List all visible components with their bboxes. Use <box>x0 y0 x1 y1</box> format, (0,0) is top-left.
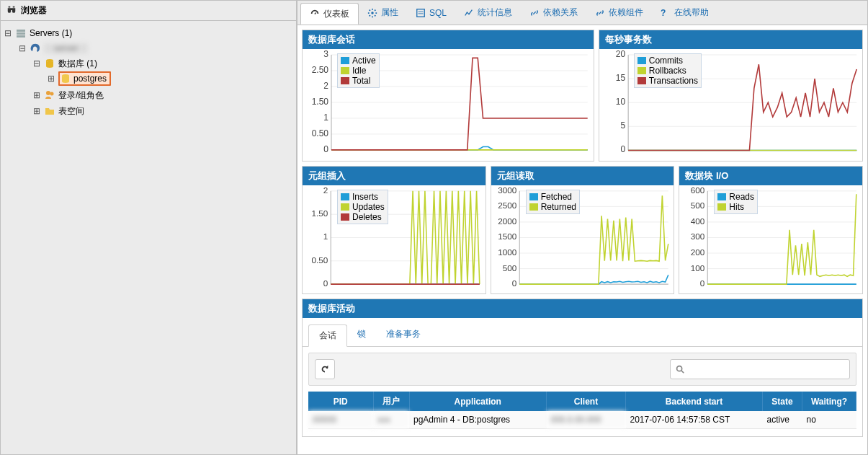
tablespaces-label[interactable]: 表空间 <box>58 105 84 118</box>
tree-toggle[interactable]: ⊟ <box>18 44 27 53</box>
svg-text:0.50: 0.50 <box>311 255 328 264</box>
tab-help-label: 在线帮助 <box>674 6 709 19</box>
tab-dependents[interactable]: 依赖组件 <box>586 1 652 25</box>
tab-dashboard-label: 仪表板 <box>323 8 349 20</box>
tab-stats-label: 统计信息 <box>478 6 512 19</box>
svg-point-7 <box>371 12 374 14</box>
col-state[interactable]: State <box>763 392 802 411</box>
svg-text:1: 1 <box>323 112 328 123</box>
roles-label[interactable]: 登录/组角色 <box>58 89 104 102</box>
svg-text:5: 5 <box>620 120 625 131</box>
tins-card-title: 元组插入 <box>303 167 486 185</box>
tree-toggle[interactable]: ⊞ <box>32 91 41 100</box>
svg-point-5 <box>46 91 50 95</box>
tab-dependencies[interactable]: 依赖关系 <box>521 1 586 25</box>
svg-rect-2 <box>17 35 25 37</box>
database-icon <box>60 73 71 84</box>
tab-dashboard[interactable]: 仪表板 <box>300 3 359 25</box>
tablespace-icon <box>44 105 55 117</box>
tout-chart: 050010001500200025003000 Fetched Returne… <box>493 187 673 293</box>
tab-help[interactable]: ?在线帮助 <box>652 1 717 25</box>
browser-panel-header: 浏览器 <box>1 1 296 21</box>
activity-title: 数据库活动 <box>303 299 862 318</box>
svg-text:1000: 1000 <box>498 247 517 257</box>
svg-point-81 <box>677 366 682 371</box>
svg-text:3000: 3000 <box>498 187 517 195</box>
server-group-label[interactable]: Servers (1) <box>30 28 72 38</box>
col-client[interactable]: Client <box>547 392 626 411</box>
selected-database-node[interactable]: postgres <box>58 71 111 86</box>
refresh-button[interactable] <box>315 359 335 379</box>
svg-text:100: 100 <box>691 262 705 272</box>
svg-text:500: 500 <box>502 262 516 272</box>
activity-search[interactable] <box>670 359 850 379</box>
link2-icon <box>595 8 605 18</box>
table-row[interactable]: 00000 xxx pgAdmin 4 - DB:postgres 000.0.… <box>308 411 856 429</box>
svg-text:0: 0 <box>323 144 328 154</box>
svg-text:1500: 1500 <box>498 231 517 241</box>
svg-point-6 <box>50 92 54 96</box>
svg-text:2: 2 <box>323 187 328 195</box>
search-input[interactable] <box>670 359 850 379</box>
col-backend[interactable]: Backend start <box>626 392 763 411</box>
svg-text:600: 600 <box>691 187 705 195</box>
tree-toggle[interactable]: ⊞ <box>32 107 41 115</box>
roles-icon <box>44 89 55 101</box>
svg-text:0: 0 <box>620 144 625 154</box>
col-pid[interactable]: PID <box>308 392 373 411</box>
tree-toggle[interactable]: ⊞ <box>47 74 55 83</box>
binoculars-icon <box>6 4 17 17</box>
chart-icon <box>464 8 474 18</box>
subtab-locks[interactable]: 锁 <box>347 324 376 346</box>
svg-text:2500: 2500 <box>498 200 517 210</box>
object-tree[interactable]: ⊟ Servers (1) ⊟ server ⊟ <box>1 21 296 454</box>
tree-toggle[interactable]: ⊟ <box>32 59 41 68</box>
tps-card-title: 每秒事务数 <box>599 30 862 49</box>
tab-stats[interactable]: 统计信息 <box>455 1 521 25</box>
subtab-prepared[interactable]: 准备事务 <box>376 324 431 346</box>
tab-sql[interactable]: SQL <box>407 1 455 25</box>
svg-text:2: 2 <box>323 81 328 91</box>
tout-card-title: 元组读取 <box>491 167 674 185</box>
col-user[interactable]: 用户 <box>373 392 409 411</box>
tab-properties[interactable]: 属性 <box>359 1 407 25</box>
bio-legend: Reads Hits <box>714 190 758 214</box>
tout-legend: Fetched Returned <box>526 190 580 214</box>
svg-text:0: 0 <box>323 278 328 288</box>
sql-icon <box>416 8 426 18</box>
databases-label[interactable]: 数据库 (1) <box>58 58 97 70</box>
bio-chart: 0100200300400500600 Reads Hits <box>681 187 861 293</box>
subtab-sessions[interactable]: 会话 <box>308 324 347 347</box>
tree-toggle[interactable]: ⊟ <box>4 29 12 37</box>
svg-text:200: 200 <box>691 247 705 257</box>
svg-text:0.50: 0.50 <box>312 128 329 138</box>
database-group-icon <box>44 58 55 69</box>
svg-text:1.50: 1.50 <box>311 208 328 218</box>
col-app[interactable]: Application <box>409 392 547 411</box>
activity-subtabs: 会话 锁 准备事务 <box>303 318 862 347</box>
sessions-card-title: 数据库会话 <box>303 30 594 49</box>
activity-table: PID 用户 Application Client Backend start … <box>308 392 856 429</box>
sessions-legend: Active Idle Total <box>337 53 380 88</box>
svg-text:10: 10 <box>615 97 625 107</box>
tab-sql-label: SQL <box>429 8 447 18</box>
main-tabs: 仪表板 属性 SQL 统计信息 依赖关系 依赖组件 ?在线帮助 <box>297 1 867 25</box>
tab-dependents-label: 依赖组件 <box>609 6 643 19</box>
search-icon <box>675 364 685 376</box>
svg-text:1: 1 <box>323 231 328 241</box>
server-group-icon <box>15 27 27 39</box>
svg-text:2000: 2000 <box>498 216 517 225</box>
server-label[interactable]: server <box>44 43 88 53</box>
svg-rect-8 <box>417 9 425 17</box>
tins-chart: 00.5011.502 Inserts Updates Deletes <box>304 187 484 293</box>
svg-rect-0 <box>17 30 25 32</box>
svg-text:15: 15 <box>615 73 625 83</box>
tps-chart: 05101520 Commits Rollbacks Transactions <box>601 50 861 159</box>
svg-text:20: 20 <box>615 50 625 59</box>
svg-text:0: 0 <box>511 278 516 288</box>
svg-text:1.50: 1.50 <box>312 97 329 107</box>
tab-dependencies-label: 依赖关系 <box>543 6 578 19</box>
tab-properties-label: 属性 <box>381 6 398 19</box>
elephant-icon <box>30 43 41 54</box>
col-waiting[interactable]: Waiting? <box>802 392 856 411</box>
